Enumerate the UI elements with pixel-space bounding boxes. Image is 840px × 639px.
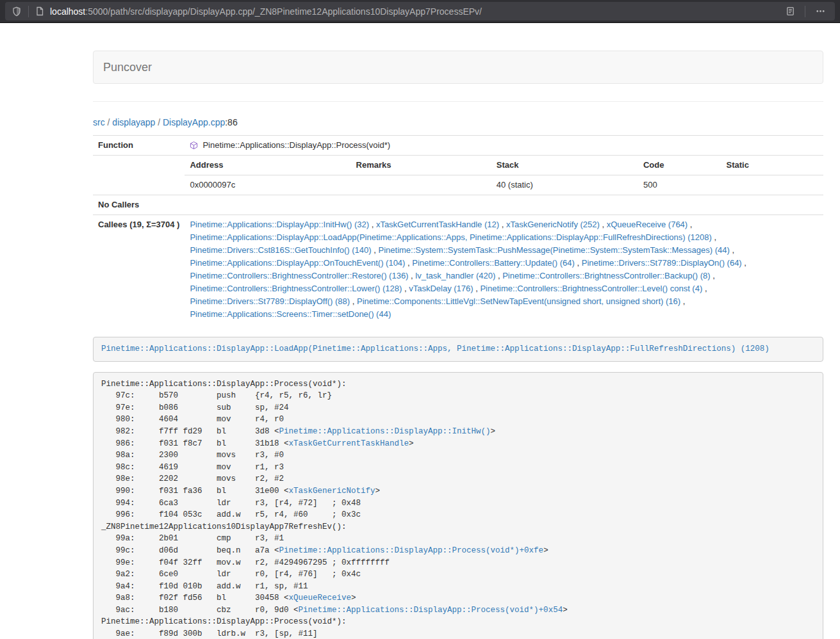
callees-label: Callees (19, Σ=3704 ): [93, 215, 185, 325]
breadcrumb-line-number: :86: [225, 117, 237, 127]
stats-column-header: Code: [638, 156, 721, 175]
stats-column-header: Address: [185, 156, 350, 175]
callee-link[interactable]: Pinetime::Drivers::Cst816S::GetTouchInfo…: [190, 245, 371, 255]
browser-toolbar: localhost:5000/path/src/displayapp/Displ…: [0, 0, 840, 23]
asm-symbol-link[interactable]: xTaskGetCurrentTaskHandle: [289, 439, 409, 448]
callee-link[interactable]: Pinetime::Applications::DisplayApp::OnTo…: [190, 258, 405, 268]
callee-link[interactable]: Pinetime::Controllers::BrightnessControl…: [190, 284, 402, 293]
stats-column-header: Remarks: [351, 156, 491, 175]
asm-symbol-link[interactable]: xQueueReceive: [289, 594, 352, 603]
callee-link[interactable]: Pinetime::Controllers::BrightnessControl…: [480, 284, 702, 293]
asm-symbol-link[interactable]: Pinetime::Applications::DisplayApp::Proc…: [279, 546, 544, 555]
callee-link[interactable]: Pinetime::Drivers::St7789::DisplayOn() (…: [582, 258, 742, 268]
stats-table: AddressRemarksStackCodeStatic 0x0000097c…: [185, 156, 823, 195]
callee-link[interactable]: xTaskGenericNotify (252): [506, 220, 600, 229]
breadcrumb-item-src[interactable]: src: [93, 117, 105, 127]
function-details-table: Function Pinetime::Applications::Display…: [93, 135, 823, 324]
urlbar-divider: [28, 6, 29, 17]
function-label: Function: [93, 136, 185, 156]
callee-link[interactable]: Pinetime::Applications::Screens::Timer::…: [190, 309, 391, 319]
page-actions-menu-icon[interactable]: [812, 4, 828, 19]
brand-title[interactable]: Puncover: [94, 51, 161, 83]
url-input[interactable]: localhost:5000/path/src/displayapp/Displ…: [50, 6, 782, 17]
callee-link[interactable]: Pinetime::System::SystemTask::PushMessag…: [379, 245, 730, 255]
reader-mode-icon[interactable]: [782, 4, 798, 19]
stats-value: 0x0000097c: [185, 175, 350, 195]
package-icon: [190, 141, 198, 150]
callee-link[interactable]: Pinetime::Drivers::St7789::DisplayOff() …: [190, 296, 350, 306]
stats-value-row: 0x0000097c40 (static)500: [185, 175, 823, 195]
breadcrumb-item-displayapp[interactable]: displayapp: [112, 117, 155, 127]
navbar: Puncover: [93, 51, 823, 84]
stats-column-header: Static: [721, 156, 823, 175]
callee-link[interactable]: Pinetime::Applications::DisplayApp::Load…: [190, 232, 711, 242]
stats-value: 40 (static): [491, 175, 638, 195]
url-path: :5000/path/src/displayapp/DisplayApp.cpp…: [85, 6, 482, 17]
breadcrumb: src / displayapp / DisplayApp.cpp:86: [93, 117, 823, 127]
stats-value: [721, 175, 823, 195]
asm-symbol-link[interactable]: xTaskGenericNotify: [289, 487, 375, 496]
callee-link[interactable]: Pinetime::Applications::DisplayApp::Init…: [190, 220, 369, 229]
callee-link[interactable]: Pinetime::Controllers::BrightnessControl…: [190, 271, 408, 280]
shield-icon[interactable]: [12, 6, 22, 17]
breadcrumb-separator: /: [105, 117, 113, 127]
breadcrumb-item-file[interactable]: DisplayApp.cpp: [163, 117, 225, 127]
disassembly: Pinetime::Applications::DisplayApp::Proc…: [93, 372, 823, 639]
highlighted-callee-box: Pinetime::Applications::DisplayApp::Load…: [93, 337, 823, 362]
callee-link[interactable]: Pinetime::Components::LittleVgl::SetNewT…: [357, 296, 680, 306]
callee-link[interactable]: Pinetime::Controllers::Battery::Update()…: [412, 258, 575, 268]
callee-link[interactable]: vTaskDelay (176): [409, 284, 473, 293]
page-body: Puncover src / displayapp / DisplayApp.c…: [0, 24, 840, 639]
page-icon: [35, 6, 44, 16]
callee-link[interactable]: Pinetime::Controllers::BrightnessControl…: [502, 271, 710, 280]
callee-link[interactable]: xTaskGetCurrentTaskHandle (12): [376, 220, 499, 229]
asm-symbol-link[interactable]: Pinetime::Applications::DisplayApp::Proc…: [299, 606, 563, 615]
divider: [93, 101, 823, 102]
stats-value: [351, 175, 491, 195]
stats-header-row: AddressRemarksStackCodeStatic: [185, 156, 823, 175]
callee-link[interactable]: lv_task_handler (420): [415, 271, 495, 280]
url-host: localhost: [50, 6, 85, 17]
breadcrumb-separator: /: [155, 117, 163, 127]
stats-column-header: Stack: [491, 156, 638, 175]
loadapp-link[interactable]: Pinetime::Applications::DisplayApp::Load…: [101, 344, 770, 353]
callees-list: Pinetime::Applications::DisplayApp::Init…: [190, 220, 746, 319]
url-bar[interactable]: localhost:5000/path/src/displayapp/Displ…: [5, 2, 835, 20]
callee-link[interactable]: xQueueReceive (764): [607, 220, 688, 229]
asm-symbol-link[interactable]: Pinetime::Applications::DisplayApp::Init…: [279, 427, 491, 436]
function-name: Pinetime::Applications::DisplayApp::Proc…: [202, 139, 390, 152]
stats-value: 500: [638, 175, 721, 195]
urlbar-divider-right: [805, 6, 805, 17]
no-callers-label: No Callers: [93, 195, 185, 215]
